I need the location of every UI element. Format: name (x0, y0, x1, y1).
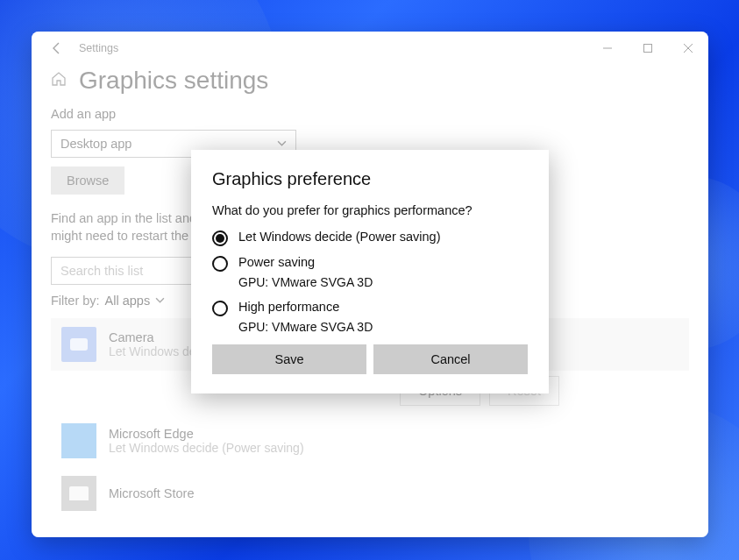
save-button[interactable]: Save (212, 344, 366, 374)
dialog-title: Graphics preference (212, 169, 528, 189)
graphics-preference-dialog: Graphics preference What do you prefer f… (191, 150, 549, 393)
radio-option-let-windows-decide[interactable]: Let Windows decide (Power saving) (212, 230, 528, 246)
settings-window: Settings Graphics settings Add an app De… (32, 32, 708, 537)
radio-label: Power saving (238, 255, 315, 269)
radio-icon (212, 230, 228, 246)
radio-option-high-performance[interactable]: High performance (212, 300, 528, 316)
cancel-button[interactable]: Cancel (373, 344, 528, 374)
radio-label: Let Windows decide (Power saving) (238, 230, 441, 244)
radio-icon (212, 256, 228, 272)
radio-sub: GPU: VMware SVGA 3D (238, 275, 528, 289)
radio-label: High performance (238, 300, 339, 314)
radio-option-power-saving[interactable]: Power saving (212, 255, 528, 272)
radio-icon (212, 301, 228, 316)
radio-sub: GPU: VMware SVGA 3D (238, 320, 528, 334)
dialog-question: What do you prefer for graphics performa… (212, 203, 528, 217)
